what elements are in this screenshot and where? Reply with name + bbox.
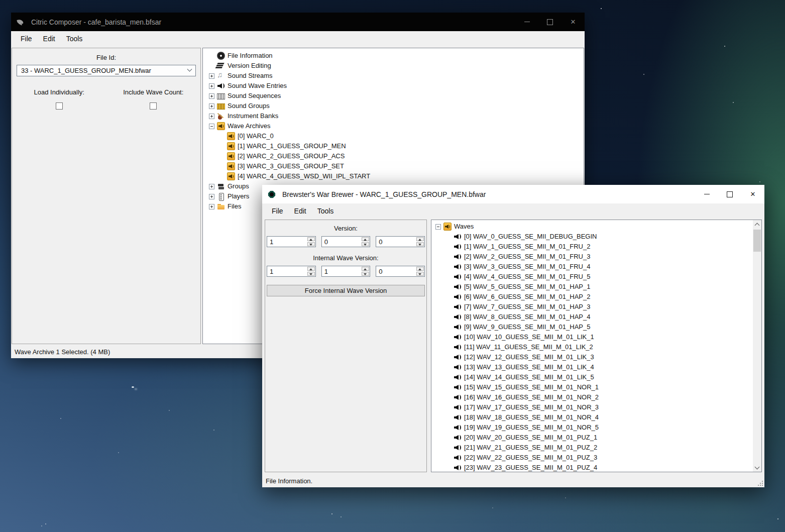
vertical-scrollbar[interactable] — [753, 220, 761, 472]
expander-plus-icon[interactable] — [209, 204, 214, 209]
spin-up-icon[interactable] — [307, 267, 315, 271]
tree-item[interactable]: Sound Streams — [203, 71, 584, 81]
tree-item[interactable]: [15] WAV_15_GUESS_SE_MII_M_01_NOR_1 — [431, 382, 753, 392]
tree-item[interactable]: [20] WAV_20_GUESS_SE_MII_M_01_PUZ_1 — [431, 433, 753, 443]
expander-minus-icon[interactable] — [435, 224, 441, 230]
tree-item-label: [23] WAV_23_GUESS_SE_MII_M_01_PUZ_4 — [464, 464, 597, 471]
tree-item[interactable]: Waves — [431, 222, 753, 232]
tree-item[interactable]: [6] WAV_6_GUESS_SE_MII_M_01_HAP_2 — [431, 292, 753, 302]
tree-item-label: Sound Sequences — [228, 92, 281, 99]
tree-item-label: [21] WAV_21_GUESS_SE_MII_M_01_PUZ_2 — [464, 444, 597, 451]
expander-plus-icon[interactable] — [209, 83, 214, 89]
load-individually-label: Load Individually: — [34, 88, 84, 96]
tree-item[interactable]: [0] WAV_0_GUESS_SE_MII_DEBUG_BEGIN — [431, 232, 753, 242]
speaker-icon — [454, 373, 462, 381]
spin-up-icon[interactable] — [362, 237, 369, 241]
tree-item[interactable]: [21] WAV_21_GUESS_SE_MII_M_01_PUZ_2 — [431, 443, 753, 453]
maximize-icon[interactable] — [718, 185, 741, 203]
tree-item[interactable]: [4] WARC_4_GUESS_WSD_WII_IPL_START — [203, 171, 584, 181]
spin-down-icon[interactable] — [307, 272, 315, 276]
tree-item[interactable]: [19] WAV_19_GUESS_SE_MII_M_01_NOR_5 — [431, 422, 753, 433]
tree-item[interactable]: [3] WAV_3_GUESS_SE_MII_M_01_FRU_4 — [431, 262, 753, 272]
window-controls — [515, 13, 585, 31]
tree-item[interactable]: [17] WAV_17_GUESS_SE_MII_M_01_NOR_3 — [431, 402, 753, 412]
tree-item[interactable]: [14] WAV_14_GUESS_SE_MII_M_01_LIK_5 — [431, 372, 753, 382]
tree-item[interactable]: [10] WAV_10_GUESS_SE_MII_M_01_LIK_1 — [431, 332, 753, 342]
tree-item[interactable]: Sound Groups — [203, 101, 584, 111]
spin-down-icon[interactable] — [307, 242, 315, 246]
tree-item[interactable]: Sound Sequences — [203, 91, 584, 101]
tree-item[interactable]: Instrument Banks — [203, 111, 584, 121]
spin-down-icon[interactable] — [362, 272, 369, 276]
tree-item[interactable]: [1] WAV_1_GUESS_SE_MII_M_01_FRU_2 — [431, 242, 753, 252]
tree-item[interactable]: [22] WAV_22_GUESS_SE_MII_M_01_PUZ_3 — [431, 453, 753, 463]
tree-item[interactable]: [11] WAV_11_GUESS_SE_MII_M_01_LIK_2 — [431, 342, 753, 352]
tree-item[interactable]: [18] WAV_18_GUESS_SE_MII_M_01_NOR_4 — [431, 412, 753, 422]
spin-down-icon[interactable] — [416, 272, 424, 276]
expander-plus-icon[interactable] — [209, 184, 214, 189]
tree-item-label: Players — [228, 192, 249, 200]
spin-up-icon[interactable] — [362, 267, 369, 271]
menu-edit[interactable]: Edit — [289, 204, 312, 218]
tree-item[interactable]: [1] WARC_1_GUESS_GROUP_MEN — [203, 141, 584, 151]
tree-item[interactable]: [2] WAV_2_GUESS_SE_MII_M_01_FRU_3 — [431, 252, 753, 262]
spin-up-icon[interactable] — [416, 237, 424, 241]
scrollbar-thumb[interactable] — [753, 230, 761, 252]
scroll-down-icon[interactable] — [753, 463, 761, 472]
tree-item[interactable]: [5] WAV_5_GUESS_SE_MII_M_01_HAP_1 — [431, 282, 753, 292]
tree-item[interactable]: [3] WARC_3_GUESS_GROUP_SET — [203, 161, 584, 171]
spin-up-icon[interactable] — [307, 237, 315, 241]
expander-plus-icon[interactable] — [209, 194, 214, 199]
maximize-icon[interactable] — [538, 13, 562, 31]
menu-tools[interactable]: Tools — [312, 204, 340, 218]
tree-item[interactable]: [7] WAV_7_GUESS_SE_MII_M_01_HAP_3 — [431, 302, 753, 312]
spinbox-value[interactable]: 0 — [376, 266, 416, 276]
minimize-icon[interactable] — [515, 13, 538, 31]
expander-plus-icon[interactable] — [209, 73, 214, 79]
scroll-up-icon[interactable] — [753, 220, 761, 229]
expander-plus-icon[interactable] — [209, 114, 214, 119]
tree-item[interactable]: File Information — [203, 51, 584, 61]
tree-item-label: [3] WARC_3_GUESS_GROUP_SET — [238, 162, 344, 170]
menu-file[interactable]: File — [266, 204, 289, 218]
tree-item[interactable]: Sound Wave Entries — [203, 81, 584, 91]
notes-icon — [217, 72, 225, 80]
spin-down-icon[interactable] — [362, 242, 369, 246]
minimize-icon[interactable] — [695, 185, 718, 203]
tree-item[interactable]: Wave Archives — [203, 121, 584, 131]
tree-item[interactable]: Version Editing — [203, 61, 584, 71]
file-id-dropdown[interactable]: 33 - WARC_1_GUESS_GROUP_MEN.bfwar — [17, 65, 196, 76]
load-individually-checkbox[interactable] — [56, 102, 63, 110]
tree-item[interactable]: [0] WARC_0 — [203, 131, 584, 141]
expander-plus-icon[interactable] — [209, 103, 214, 109]
tree-item[interactable]: [4] WAV_4_GUESS_SE_MII_M_01_FRU_5 — [431, 272, 753, 282]
file-id-panel: File Id: 33 - WARC_1_GUESS_GROUP_MEN.bfw… — [12, 48, 201, 344]
tree-item-label: [3] WAV_3_GUESS_SE_MII_M_01_FRU_4 — [464, 263, 590, 270]
menu-tools[interactable]: Tools — [61, 32, 88, 45]
file-id-label: File Id: — [12, 54, 200, 61]
include-wave-count-checkbox[interactable] — [150, 102, 157, 110]
spinbox-value[interactable]: 1 — [267, 237, 307, 247]
tree-item[interactable]: [12] WAV_12_GUESS_SE_MII_M_01_LIK_3 — [431, 352, 753, 362]
tree-item[interactable]: [16] WAV_16_GUESS_SE_MII_M_01_NOR_2 — [431, 392, 753, 402]
menu-file[interactable]: File — [15, 32, 38, 45]
tree-item[interactable]: [23] WAV_23_GUESS_SE_MII_M_01_PUZ_4 — [431, 463, 753, 472]
resize-grip-icon[interactable] — [757, 480, 763, 486]
spin-up-icon[interactable] — [416, 267, 424, 271]
tree-item[interactable]: [8] WAV_8_GUESS_SE_MII_M_01_HAP_4 — [431, 312, 753, 322]
tree-item[interactable]: [9] WAV_9_GUESS_SE_MII_M_01_HAP_5 — [431, 322, 753, 332]
menu-edit[interactable]: Edit — [38, 32, 61, 45]
tree-item[interactable]: [2] WARC_2_GUESS_GROUP_ACS — [203, 151, 584, 161]
expander-minus-icon[interactable] — [209, 124, 214, 129]
spinbox-value[interactable]: 0 — [322, 237, 362, 247]
spinbox-value[interactable]: 1 — [267, 266, 307, 276]
version-label: Version: — [265, 225, 426, 232]
spinbox-value[interactable]: 1 — [322, 266, 362, 276]
tree-item[interactable]: [13] WAV_13_GUESS_SE_MII_M_01_LIK_4 — [431, 362, 753, 372]
expander-plus-icon[interactable] — [209, 93, 214, 99]
force-internal-wave-version-button[interactable]: Force Internal Wave Version — [267, 285, 425, 296]
spin-down-icon[interactable] — [416, 242, 424, 246]
close-icon[interactable] — [562, 13, 585, 31]
spinbox-value[interactable]: 0 — [376, 237, 416, 247]
close-icon[interactable] — [741, 185, 764, 203]
